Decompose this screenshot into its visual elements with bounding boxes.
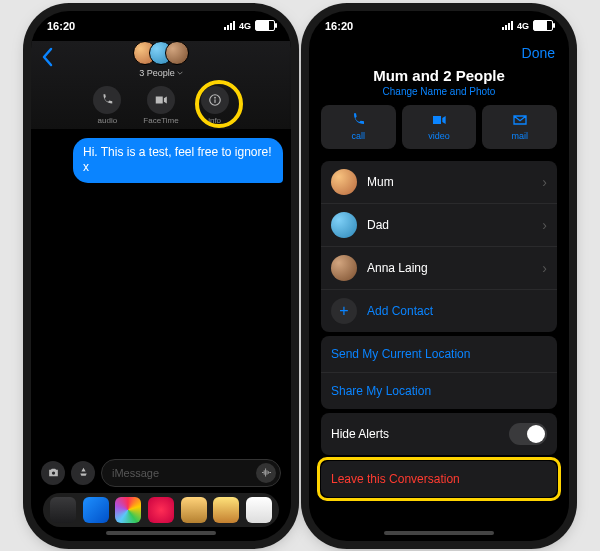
dock-app[interactable] bbox=[181, 497, 207, 523]
audio-message-button[interactable] bbox=[256, 463, 276, 483]
info-button[interactable]: info bbox=[201, 86, 229, 125]
video-tile[interactable]: video bbox=[402, 105, 477, 149]
chevron-right-icon: › bbox=[542, 217, 547, 233]
phone-right-details: 16:20 4G Done Mum and 2 People Change Na… bbox=[309, 11, 569, 541]
send-location-button[interactable]: Send My Current Location bbox=[321, 336, 557, 373]
members-list: Mum › Dad › Anna Laing › + Add Contact bbox=[321, 161, 557, 332]
message-input[interactable]: iMessage bbox=[101, 459, 281, 487]
hide-alerts-toggle[interactable] bbox=[509, 423, 547, 445]
dock-app[interactable] bbox=[115, 497, 141, 523]
avatar bbox=[165, 41, 189, 65]
facetime-button[interactable]: FaceTime bbox=[143, 86, 178, 125]
leave-conversation-button[interactable]: Leave this Conversation bbox=[321, 461, 557, 497]
group-title: Mum and 2 People bbox=[309, 67, 569, 84]
camera-button[interactable] bbox=[41, 461, 65, 485]
phone-left-conversation: 16:20 4G 3 People audio FaceTime bbox=[31, 11, 291, 541]
video-icon bbox=[154, 93, 168, 107]
network-label: 4G bbox=[239, 21, 251, 31]
alerts-list: Hide Alerts bbox=[321, 413, 557, 455]
sent-message-bubble[interactable]: Hi. This is a test, feel free to ignore!… bbox=[73, 138, 283, 183]
dock-app[interactable] bbox=[83, 497, 109, 523]
conversation-header: 3 People audio FaceTime info bbox=[31, 41, 291, 130]
action-tiles: call video mail bbox=[309, 97, 569, 157]
dock-app[interactable] bbox=[213, 497, 239, 523]
notch bbox=[379, 11, 499, 33]
chevron-right-icon: › bbox=[542, 174, 547, 190]
app-store-icon bbox=[77, 466, 90, 479]
notch bbox=[101, 11, 221, 33]
message-input-row: iMessage bbox=[31, 459, 291, 487]
battery-icon bbox=[533, 20, 553, 31]
network-label: 4G bbox=[517, 21, 529, 31]
status-time: 16:20 bbox=[47, 20, 75, 32]
location-list: Send My Current Location Share My Locati… bbox=[321, 336, 557, 409]
add-contact-row[interactable]: + Add Contact bbox=[321, 290, 557, 332]
member-row[interactable]: Anna Laing › bbox=[321, 247, 557, 290]
plus-icon: + bbox=[331, 298, 357, 324]
svg-point-1 bbox=[214, 96, 216, 98]
leave-conversation-wrap: Leave this Conversation bbox=[321, 461, 557, 497]
svg-point-3 bbox=[51, 471, 54, 474]
message-placeholder: iMessage bbox=[112, 467, 159, 479]
phone-icon bbox=[350, 112, 366, 128]
messages-area[interactable]: Hi. This is a test, feel free to ignore!… bbox=[31, 130, 291, 428]
info-icon bbox=[208, 93, 222, 107]
done-button[interactable]: Done bbox=[522, 45, 555, 61]
quick-actions-row: audio FaceTime info bbox=[31, 86, 291, 125]
details-nav: Done bbox=[309, 41, 569, 65]
group-people-label[interactable]: 3 People bbox=[31, 68, 291, 78]
phone-icon bbox=[100, 93, 114, 107]
waveform-icon bbox=[261, 467, 272, 478]
video-icon bbox=[431, 112, 447, 128]
signal-bars-icon bbox=[224, 21, 235, 30]
dock-app[interactable] bbox=[50, 497, 76, 523]
mail-tile[interactable]: mail bbox=[482, 105, 557, 149]
chevron-down-icon bbox=[177, 70, 183, 76]
app-store-button[interactable] bbox=[71, 461, 95, 485]
dock-app[interactable] bbox=[246, 497, 272, 523]
home-indicator[interactable] bbox=[106, 531, 216, 535]
member-row[interactable]: Dad › bbox=[321, 204, 557, 247]
imessage-app-dock[interactable] bbox=[43, 493, 279, 527]
group-avatar-stack[interactable] bbox=[31, 41, 291, 65]
share-location-button[interactable]: Share My Location bbox=[321, 373, 557, 409]
dock-app[interactable] bbox=[148, 497, 174, 523]
status-right: 4G bbox=[502, 20, 553, 31]
call-tile[interactable]: call bbox=[321, 105, 396, 149]
avatar bbox=[331, 212, 357, 238]
status-time: 16:20 bbox=[325, 20, 353, 32]
battery-icon bbox=[255, 20, 275, 31]
signal-bars-icon bbox=[502, 21, 513, 30]
camera-icon bbox=[47, 466, 60, 479]
svg-rect-2 bbox=[214, 99, 215, 103]
status-right: 4G bbox=[224, 20, 275, 31]
avatar bbox=[331, 255, 357, 281]
home-indicator[interactable] bbox=[384, 531, 494, 535]
avatar bbox=[331, 169, 357, 195]
hide-alerts-row: Hide Alerts bbox=[321, 413, 557, 455]
change-name-photo-button[interactable]: Change Name and Photo bbox=[309, 86, 569, 97]
audio-button[interactable]: audio bbox=[93, 86, 121, 125]
mail-icon bbox=[512, 112, 528, 128]
hide-alerts-label: Hide Alerts bbox=[331, 427, 389, 441]
chevron-right-icon: › bbox=[542, 260, 547, 276]
member-row[interactable]: Mum › bbox=[321, 161, 557, 204]
back-button[interactable] bbox=[41, 47, 53, 73]
